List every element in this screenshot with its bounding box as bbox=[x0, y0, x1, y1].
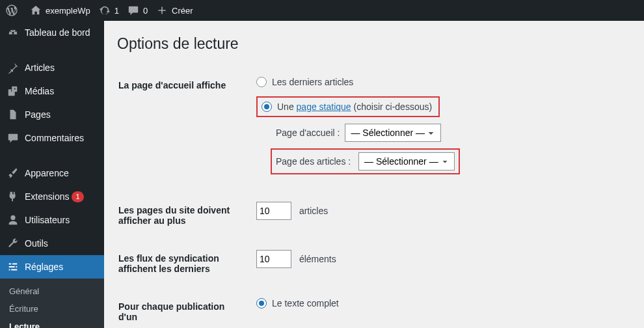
new-content-link[interactable]: Créer bbox=[155, 4, 193, 17]
sidebar-item-plugins[interactable]: Extensions 1 bbox=[0, 185, 104, 208]
comments-icon bbox=[7, 131, 20, 144]
main-content: Options de lecture La page d'accueil aff… bbox=[104, 21, 644, 328]
radio-latest-posts-input[interactable] bbox=[256, 77, 267, 87]
field-label-blog-pages: Les pages du site doivent afficher au pl… bbox=[118, 192, 248, 239]
sidebar-item-posts[interactable]: Articles bbox=[0, 56, 104, 79]
radio-full-text-label: Le texte complet bbox=[272, 298, 339, 308]
user-icon bbox=[7, 213, 20, 226]
field-label-front-page: La page d'accueil affiche bbox=[118, 67, 248, 191]
sidebar-item-pages[interactable]: Pages bbox=[0, 103, 104, 126]
homepage-select-row: Page d'accueil : — Sélectionner — bbox=[276, 124, 623, 142]
sidebar-item-appearance[interactable]: Apparence bbox=[0, 161, 104, 185]
posts-per-rss-input[interactable] bbox=[256, 250, 291, 268]
home-icon bbox=[29, 4, 42, 17]
pages-icon bbox=[7, 108, 20, 121]
radio-static-page-label: Une page statique (choisir ci-dessous) bbox=[277, 102, 432, 112]
new-content-text: Créer bbox=[172, 6, 193, 16]
radio-full-text[interactable]: Le texte complet bbox=[256, 298, 623, 308]
pin-icon bbox=[7, 61, 20, 74]
sidebar-label: Outils bbox=[25, 238, 48, 249]
site-name-link[interactable]: exempleWp bbox=[29, 4, 90, 17]
posts-per-page-input[interactable] bbox=[256, 202, 291, 220]
sidebar-item-users[interactable]: Utilisateurs bbox=[0, 208, 104, 232]
wp-logo[interactable] bbox=[5, 4, 21, 17]
sidebar-label: Utilisateurs bbox=[25, 215, 70, 225]
sidebar-label: Apparence bbox=[25, 168, 69, 178]
updates-link[interactable]: 1 bbox=[98, 4, 119, 17]
sidebar-label: Commentaires bbox=[25, 133, 84, 143]
submenu-writing[interactable]: Écriture bbox=[0, 300, 104, 318]
plug-icon bbox=[7, 190, 20, 203]
field-label-feed-content: Pour chaque publication d'un bbox=[118, 288, 248, 328]
posts-page-highlight: Page des articles : — Sélectionner — bbox=[271, 148, 460, 174]
admin-sidebar: Tableau de bord Articles Médias Pages Co… bbox=[0, 21, 104, 328]
settings-submenu: Général Écriture Lecture bbox=[0, 279, 104, 328]
wordpress-icon bbox=[5, 4, 18, 17]
sidebar-item-settings[interactable]: Réglages bbox=[0, 255, 104, 279]
dashboard-icon bbox=[7, 26, 20, 39]
submenu-reading[interactable]: Lecture bbox=[0, 318, 104, 328]
posts-page-label: Page des articles : bbox=[276, 156, 351, 167]
sidebar-item-comments[interactable]: Commentaires bbox=[0, 126, 104, 150]
static-page-help-link[interactable]: page statique bbox=[297, 102, 351, 112]
settings-form: La page d'accueil affiche Les derniers a… bbox=[117, 66, 631, 328]
radio-full-text-input[interactable] bbox=[256, 298, 267, 308]
updates-count: 1 bbox=[114, 6, 119, 16]
radio-latest-posts[interactable]: Les derniers articles bbox=[256, 77, 623, 87]
sidebar-label: Réglages bbox=[25, 262, 63, 272]
radio-static-page[interactable]: Une page statique (choisir ci-dessous) bbox=[262, 102, 432, 112]
submenu-general[interactable]: Général bbox=[0, 282, 104, 300]
comment-icon bbox=[127, 4, 140, 17]
sidebar-label: Articles bbox=[25, 62, 55, 73]
page-title: Options de lecture bbox=[117, 35, 631, 53]
sidebar-item-tools[interactable]: Outils bbox=[0, 232, 104, 255]
sidebar-label: Médias bbox=[25, 86, 54, 96]
radio-latest-posts-label: Les derniers articles bbox=[272, 77, 353, 87]
wrench-icon bbox=[7, 237, 20, 250]
posts-per-page-unit: articles bbox=[299, 206, 328, 216]
brush-icon bbox=[7, 167, 20, 180]
sidebar-label: Tableau de bord bbox=[25, 27, 90, 38]
plugins-update-badge: 1 bbox=[72, 191, 83, 202]
static-page-highlight: Une page statique (choisir ci-dessous) bbox=[256, 96, 440, 117]
field-label-syndication: Les flux de syndication affichent les de… bbox=[118, 240, 248, 287]
posts-per-rss-unit: éléments bbox=[299, 254, 336, 264]
posts-page-select[interactable]: — Sélectionner — bbox=[358, 152, 455, 171]
comments-link[interactable]: 0 bbox=[127, 4, 148, 17]
admin-bar: exempleWp 1 0 Créer bbox=[0, 0, 644, 21]
site-name-text: exempleWp bbox=[46, 6, 90, 16]
sidebar-label: Extensions bbox=[25, 191, 69, 202]
posts-page-select-row: Page des articles : — Sélectionner — bbox=[271, 148, 623, 174]
plus-icon bbox=[155, 4, 168, 17]
sidebar-item-media[interactable]: Médias bbox=[0, 79, 104, 103]
homepage-select[interactable]: — Sélectionner — bbox=[345, 124, 441, 142]
refresh-icon bbox=[98, 4, 111, 17]
sliders-icon bbox=[7, 260, 20, 273]
media-icon bbox=[7, 85, 20, 98]
radio-static-page-input[interactable] bbox=[262, 102, 272, 112]
sidebar-label: Pages bbox=[25, 109, 51, 120]
comments-count: 0 bbox=[143, 6, 148, 16]
sidebar-item-dashboard[interactable]: Tableau de bord bbox=[0, 21, 104, 44]
homepage-label: Page d'accueil : bbox=[276, 128, 340, 138]
